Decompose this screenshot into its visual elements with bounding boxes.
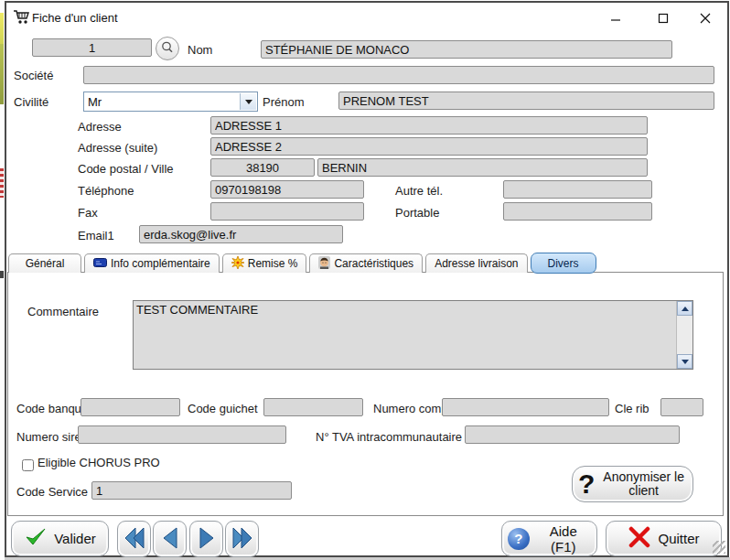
tab-caracteristiques[interactable]: Caractéristiques xyxy=(309,253,423,273)
tab-remise[interactable]: Remise % xyxy=(222,253,307,273)
scroll-down-button[interactable] xyxy=(677,354,692,369)
tab-strip: Général Info complémentaire xyxy=(8,253,596,273)
desktop-edge-fragment xyxy=(0,44,4,104)
prenom-label: Prénom xyxy=(263,95,305,109)
star-icon xyxy=(231,256,244,272)
scroll-up-button[interactable] xyxy=(677,301,692,316)
email1-field[interactable] xyxy=(139,225,343,243)
chorus-label: Eligible CHORUS PRO xyxy=(38,456,160,469)
double-chevron-right-icon xyxy=(231,526,254,553)
desktop-edge-fragment xyxy=(0,168,4,198)
societe-label: Société xyxy=(14,69,53,82)
nom-field[interactable] xyxy=(261,40,672,59)
anonymiser-client-button[interactable]: ? Anonymiser le client xyxy=(572,466,693,502)
adresse-suite-label: Adresse (suite) xyxy=(78,141,157,155)
tab-label: Adresse livraison xyxy=(435,257,518,270)
commentaire-box: TEST COMMENTAIRE xyxy=(133,300,693,370)
titlebar[interactable]: Fiche d'un client xyxy=(6,3,727,32)
triangle-down-icon xyxy=(682,360,689,364)
last-record-button[interactable] xyxy=(225,521,259,557)
ville-field[interactable] xyxy=(317,158,648,177)
maximize-button[interactable] xyxy=(649,8,678,28)
telephone-field[interactable] xyxy=(210,180,364,199)
societe-field[interactable] xyxy=(83,66,714,84)
adresse-label: Adresse xyxy=(78,120,122,134)
window-title: Fiche d'un client xyxy=(32,11,118,25)
tva-field[interactable] xyxy=(465,425,680,444)
first-record-button[interactable] xyxy=(117,521,151,557)
chevron-right-icon xyxy=(196,526,218,553)
nom-label: Nom xyxy=(188,43,212,57)
code-service-field[interactable] xyxy=(91,481,292,500)
code-banque-field[interactable] xyxy=(81,398,180,416)
valider-label: Valider xyxy=(54,531,96,546)
face-icon xyxy=(318,256,330,272)
desktop-edge-fragment xyxy=(0,271,4,278)
tab-label: Général xyxy=(26,257,65,270)
tab-label: Divers xyxy=(548,257,579,270)
previous-record-button[interactable] xyxy=(153,521,187,557)
magnifier-icon xyxy=(160,40,175,58)
numero-siret-label: Numero siret xyxy=(16,430,84,444)
minimize-button[interactable] xyxy=(601,8,630,28)
chorus-checkbox[interactable] xyxy=(22,459,34,471)
tab-adresse-livraison[interactable]: Adresse livraison xyxy=(425,253,527,273)
tab-info-complementaire[interactable]: Info complémentaire xyxy=(84,253,220,273)
email1-label: Email1 xyxy=(78,229,114,242)
commentaire-label: Commentaire xyxy=(27,305,99,318)
close-button[interactable] xyxy=(691,8,720,28)
code-postal-ville-label: Code postal / Ville xyxy=(78,162,174,176)
commentaire-textarea[interactable]: TEST COMMENTAIRE xyxy=(134,301,676,369)
civilite-label: Civilité xyxy=(14,95,48,109)
civilite-select[interactable]: Mr xyxy=(83,92,258,112)
tab-label: Info complémentaire xyxy=(111,257,210,270)
client-code-field[interactable] xyxy=(32,38,152,57)
prenom-field[interactable] xyxy=(338,92,714,110)
double-chevron-left-icon xyxy=(123,526,146,553)
help-glyph: ? xyxy=(514,531,522,546)
code-postal-field[interactable] xyxy=(210,158,315,177)
chevron-down-icon[interactable] xyxy=(240,93,256,110)
aide-button[interactable]: ? Aide (F1) xyxy=(501,521,597,556)
valider-button[interactable]: Valider xyxy=(11,521,109,556)
resize-grip[interactable] xyxy=(713,541,725,554)
code-banque-label: Code banque xyxy=(16,402,88,415)
numero-siret-field[interactable] xyxy=(78,425,286,444)
chevron-left-icon xyxy=(159,526,181,553)
question-mark-icon: ? xyxy=(578,470,595,498)
tab-label: Remise % xyxy=(248,257,298,270)
cart-icon xyxy=(13,9,30,28)
fax-field[interactable] xyxy=(210,202,364,221)
code-guichet-label: Code guichet xyxy=(188,402,258,415)
tab-label: Caractéristiques xyxy=(334,257,413,270)
fax-label: Fax xyxy=(78,206,98,220)
civilite-selected-value: Mr xyxy=(84,95,240,109)
scrollbar[interactable] xyxy=(676,301,692,369)
tab-divers[interactable]: Divers xyxy=(531,253,596,274)
numero-compte-field[interactable] xyxy=(442,398,609,416)
quitter-label: Quitter xyxy=(658,531,699,546)
client-form-window: Fiche d'un client Nom Société xyxy=(5,1,729,557)
quitter-button[interactable]: Quitter xyxy=(606,521,722,556)
aide-label: Aide (F1) xyxy=(536,523,591,555)
cross-icon xyxy=(628,526,651,551)
autre-tel-field[interactable] xyxy=(503,180,652,199)
portable-label: Portable xyxy=(395,206,439,220)
cle-rib-field[interactable] xyxy=(660,398,703,416)
adresse-field[interactable] xyxy=(210,116,648,135)
adresse-suite-field[interactable] xyxy=(210,137,648,156)
desktop-edge-fragment xyxy=(0,13,4,44)
code-guichet-field[interactable] xyxy=(263,398,363,416)
code-service-label: Code Service xyxy=(16,485,88,499)
help-icon: ? xyxy=(508,528,530,550)
screen: Fiche d'un client Nom Société xyxy=(0,0,730,560)
check-icon xyxy=(24,526,48,551)
next-record-button[interactable] xyxy=(189,521,223,557)
tva-label: N° TVA intracommunautaire xyxy=(316,430,462,444)
search-client-button[interactable] xyxy=(156,37,179,60)
portable-field[interactable] xyxy=(503,202,652,221)
tag-icon xyxy=(93,257,107,270)
telephone-label: Téléphone xyxy=(78,184,134,198)
anonymiser-label: Anonymiser le client xyxy=(600,470,687,499)
tab-general[interactable]: Général xyxy=(8,253,81,273)
